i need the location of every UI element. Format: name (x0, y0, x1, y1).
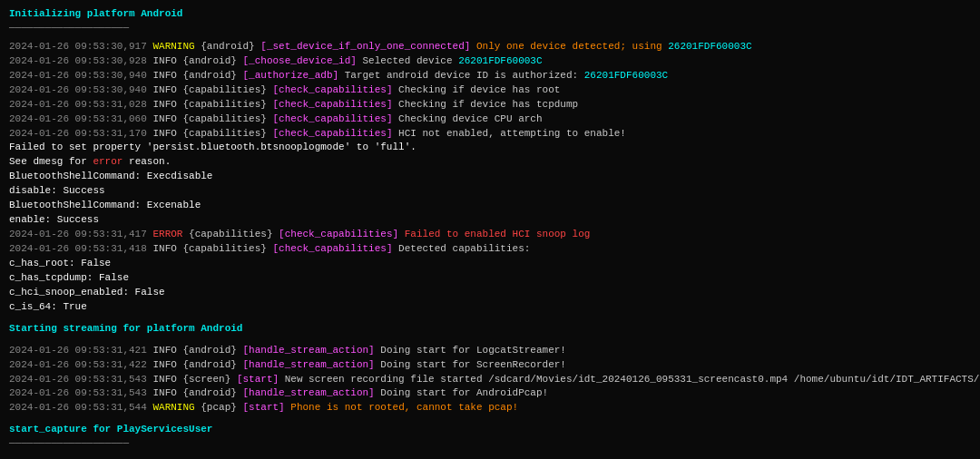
timestamp: 2024-01-26 09:53:31,060 (9, 113, 147, 124)
divider: ──────────────────── (9, 438, 129, 449)
log-message: Failed to enabled HCI snoop log (398, 229, 590, 239)
plain-text: c_is_64: True (9, 301, 87, 312)
log-level: INFO (152, 70, 176, 81)
warning-msg: Only one device detected; using (476, 41, 662, 52)
warning-detail: Phone is not rooted, cannot take pcap! (290, 402, 518, 413)
timestamp: 2024-01-26 09:53:31,543 (9, 374, 147, 385)
log-message: Checking if device has root (393, 84, 561, 95)
log-line: 2024-01-26 09:53:31,421 INFO {android} [… (9, 344, 971, 358)
log-message: New screen recording file started /sdcar… (279, 374, 980, 385)
log-module: {android} (201, 41, 254, 52)
log-line: 2024-01-26 09:53:31,543 INFO {android} [… (9, 386, 971, 401)
log-line: 2024-01-26 09:53:30,928 INFO {android} [… (9, 54, 971, 69)
log-module: {capabilities} (182, 84, 266, 95)
log-line: BluetoothShellCommand: Execdisable (9, 170, 971, 184)
device-id: 26201FDF60003C (584, 70, 668, 81)
log-module: {android} (182, 359, 236, 370)
log-message: Only one device detected; using 26201FDF… (470, 41, 751, 52)
log-line: 2024-01-26 09:53:30,940 INFO {capabiliti… (9, 83, 971, 98)
plain-text: BluetoothShellCommand: Execdisable (9, 171, 212, 181)
plain-text: disable: Success (9, 185, 105, 196)
log-line: 2024-01-26 09:53:31,422 INFO {android} [… (9, 358, 971, 373)
timestamp: 2024-01-26 09:53:31,170 (9, 128, 147, 139)
log-module: {capabilities} (189, 229, 272, 239)
log-func: [_set_device_if_only_one_connected] (260, 41, 470, 52)
log-func: [handle_stream_action] (242, 387, 374, 398)
log-line: disable: Success (9, 184, 971, 199)
log-func: [start] (242, 402, 284, 413)
log-line: c_has_tcpdump: False (9, 271, 971, 286)
log-func: [check_capabilities] (272, 99, 392, 110)
log-func: [check_capabilities] (279, 229, 398, 239)
log-line: 2024-01-26 09:53:30,940 INFO {android} [… (9, 69, 971, 83)
log-message: Detected capabilities: (393, 243, 531, 254)
timestamp: 2024-01-26 09:53:31,543 (9, 387, 147, 398)
log-func: [check_capabilities] (272, 128, 392, 139)
log-message: Selected device 26201FDF60003C (357, 55, 543, 66)
log-module: {android} (182, 387, 236, 398)
log-message: Doing start for AndroidPcap! (375, 387, 548, 398)
log-level: INFO (152, 243, 176, 254)
plain-text: c_hci_snoop_enabled: False (9, 287, 165, 298)
section-header: start_capture for PlayServicesUser (9, 424, 212, 435)
log-message: Checking if device has tcpdump (393, 99, 579, 110)
log-level: INFO (152, 84, 176, 95)
timestamp: 2024-01-26 09:53:31,418 (9, 243, 147, 254)
log-line: Initializing platform Android (9, 7, 971, 22)
log-level: INFO (152, 113, 176, 124)
log-level: INFO (152, 387, 176, 398)
log-line: 2024-01-26 09:53:31,417 ERROR {capabilit… (9, 228, 971, 242)
log-message: Target android device ID is authorized: … (338, 70, 668, 81)
timestamp: 2024-01-26 09:53:31,544 (9, 402, 147, 413)
log-line: c_hci_snoop_enabled: False (9, 286, 971, 300)
log-line: 2024-01-26 09:53:31,170 INFO {capabiliti… (9, 127, 971, 142)
log-line: Failed to set property 'persist.bluetoot… (9, 141, 971, 155)
log-level: INFO (152, 374, 176, 385)
log-message: Doing start for ScreenRecorder! (375, 359, 566, 370)
log-level: INFO (152, 345, 176, 356)
log-message: Checking device CPU arch (393, 113, 543, 124)
timestamp: 2024-01-26 09:53:31,421 (9, 345, 147, 356)
log-module: {capabilities} (182, 113, 266, 124)
log-line: Starting streaming for platform Android (9, 322, 971, 337)
log-line: ──────────────────── (9, 22, 971, 36)
error-msg: Failed to enabled HCI snoop log (405, 229, 591, 239)
timestamp: 2024-01-26 09:53:31,422 (9, 359, 147, 370)
log-level: INFO (152, 359, 176, 370)
section-header: Starting streaming for platform Android (9, 323, 242, 334)
plain-error-text: See dmesg for error reason. (9, 156, 171, 167)
log-level: INFO (152, 99, 176, 110)
log-message: Doing start for LogcatStreamer! (375, 345, 566, 356)
log-func: [check_capabilities] (272, 243, 392, 254)
timestamp: 2024-01-26 09:53:30,940 (9, 84, 147, 95)
log-func: [handle_stream_action] (242, 359, 374, 370)
log-module: {android} (182, 55, 236, 66)
log-module: {pcap} (201, 402, 237, 413)
log-line: c_is_64: True (9, 300, 971, 315)
log-module: {capabilities} (182, 128, 266, 139)
log-module: {capabilities} (182, 243, 266, 254)
log-func: [_choose_device_id] (242, 55, 356, 66)
timestamp: 2024-01-26 09:53:31,028 (9, 99, 147, 110)
log-module: {capabilities} (182, 99, 266, 110)
plain-text: BluetoothShellCommand: Excenable (9, 200, 201, 210)
timestamp: 2024-01-26 09:53:31,417 (9, 229, 147, 239)
log-line: 2024-01-26 09:53:31,544 WARNING {pcap} [… (9, 401, 971, 415)
log-line: 2024-01-26 09:53:31,028 INFO {capabiliti… (9, 98, 971, 112)
log-line: c_has_root: False (9, 257, 971, 271)
log-line: 2024-01-26 09:53:31,543 INFO {screen} [s… (9, 373, 971, 387)
log-func: [start] (237, 374, 279, 385)
log-func: [check_capabilities] (272, 84, 392, 95)
log-line: start_capture for PlayServicesUser (9, 423, 971, 437)
log-func: [_authorize_adb] (242, 70, 338, 81)
section-header: Initializing platform Android (9, 8, 182, 19)
log-level: INFO (152, 128, 176, 139)
log-line: enable: Success (9, 213, 971, 228)
log-line: 2024-01-26 09:53:31,418 INFO {capabiliti… (9, 242, 971, 257)
log-message: Phone is not rooted, cannot take pcap! (285, 402, 518, 413)
log-module: {android} (182, 70, 236, 81)
plain-text: enable: Success (9, 214, 99, 225)
log-level: WARNING (152, 402, 194, 413)
log-func: [check_capabilities] (272, 113, 392, 124)
terminal[interactable]: Initializing platform Android───────────… (0, 0, 980, 459)
